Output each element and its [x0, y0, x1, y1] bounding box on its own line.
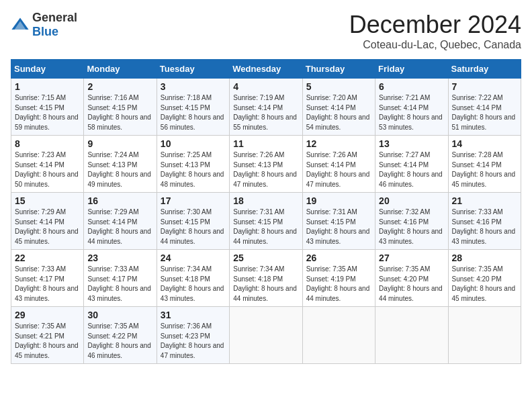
day-info: Sunrise: 7:24 AMSunset: 4:13 PMDaylight:…	[87, 150, 152, 189]
calendar-cell: 10Sunrise: 7:25 AMSunset: 4:13 PMDayligh…	[157, 136, 229, 193]
logo-blue: Blue	[32, 25, 58, 38]
day-number: 5	[306, 81, 371, 92]
day-number: 18	[233, 195, 298, 206]
calendar-body: 1Sunrise: 7:15 AMSunset: 4:15 PMDaylight…	[11, 79, 521, 364]
day-info: Sunrise: 7:26 AMSunset: 4:14 PMDaylight:…	[306, 150, 371, 189]
calendar-cell	[302, 307, 375, 364]
day-info: Sunrise: 7:35 AMSunset: 4:19 PMDaylight:…	[306, 265, 371, 304]
calendar-week-5: 29Sunrise: 7:35 AMSunset: 4:21 PMDayligh…	[11, 307, 521, 364]
day-number: 15	[15, 195, 80, 206]
logo-general: General	[32, 11, 77, 24]
day-number: 8	[15, 138, 80, 149]
day-info: Sunrise: 7:27 AMSunset: 4:14 PMDaylight:…	[379, 150, 444, 189]
month-title: December 2024	[349, 11, 521, 39]
calendar-cell: 14Sunrise: 7:28 AMSunset: 4:14 PMDayligh…	[448, 136, 521, 193]
calendar-table: SundayMondayTuesdayWednesdayThursdayFrid…	[11, 59, 521, 364]
calendar-header-row: SundayMondayTuesdayWednesdayThursdayFrid…	[11, 60, 521, 79]
calendar-cell: 12Sunrise: 7:26 AMSunset: 4:14 PMDayligh…	[302, 136, 375, 193]
calendar-header-sunday: Sunday	[11, 60, 84, 79]
day-info: Sunrise: 7:18 AMSunset: 4:15 PMDaylight:…	[161, 93, 226, 132]
calendar-cell	[375, 307, 448, 364]
calendar-cell	[230, 307, 302, 364]
calendar-cell: 15Sunrise: 7:29 AMSunset: 4:14 PMDayligh…	[11, 193, 84, 250]
day-info: Sunrise: 7:31 AMSunset: 4:15 PMDaylight:…	[233, 208, 298, 246]
day-info: Sunrise: 7:33 AMSunset: 4:17 PMDaylight:…	[87, 265, 152, 304]
day-info: Sunrise: 7:35 AMSunset: 4:20 PMDaylight:…	[452, 265, 517, 304]
calendar-cell: 6Sunrise: 7:21 AMSunset: 4:14 PMDaylight…	[375, 79, 448, 136]
calendar-cell: 7Sunrise: 7:22 AMSunset: 4:14 PMDaylight…	[448, 79, 521, 136]
day-number: 9	[87, 138, 152, 149]
day-info: Sunrise: 7:19 AMSunset: 4:14 PMDaylight:…	[233, 93, 298, 132]
day-info: Sunrise: 7:30 AMSunset: 4:15 PMDaylight:…	[161, 208, 226, 246]
title-block: December 2024 Coteau-du-Lac, Quebec, Can…	[349, 11, 521, 51]
calendar-week-4: 22Sunrise: 7:33 AMSunset: 4:17 PMDayligh…	[11, 250, 521, 307]
day-number: 10	[161, 138, 226, 149]
day-number: 14	[452, 138, 517, 149]
day-number: 11	[233, 138, 298, 149]
logo: General Blue	[11, 11, 77, 39]
calendar-header-tuesday: Tuesday	[157, 60, 229, 79]
calendar-cell: 20Sunrise: 7:32 AMSunset: 4:16 PMDayligh…	[375, 193, 448, 250]
day-number: 16	[87, 195, 152, 206]
day-number: 31	[161, 310, 226, 320]
day-number: 29	[15, 310, 80, 320]
day-number: 2	[87, 81, 152, 92]
day-number: 13	[379, 138, 444, 149]
day-number: 21	[452, 195, 517, 206]
calendar-header-thursday: Thursday	[302, 60, 375, 79]
day-info: Sunrise: 7:15 AMSunset: 4:15 PMDaylight:…	[15, 93, 80, 132]
day-info: Sunrise: 7:21 AMSunset: 4:14 PMDaylight:…	[379, 93, 444, 132]
day-info: Sunrise: 7:36 AMSunset: 4:23 PMDaylight:…	[161, 322, 226, 361]
calendar-cell: 21Sunrise: 7:33 AMSunset: 4:16 PMDayligh…	[448, 193, 521, 250]
day-number: 20	[379, 195, 444, 206]
day-number: 23	[87, 253, 152, 263]
day-number: 28	[452, 253, 517, 263]
day-number: 19	[306, 195, 371, 206]
day-info: Sunrise: 7:31 AMSunset: 4:15 PMDaylight:…	[306, 208, 371, 246]
day-info: Sunrise: 7:25 AMSunset: 4:13 PMDaylight:…	[161, 150, 226, 189]
calendar-cell: 2Sunrise: 7:16 AMSunset: 4:15 PMDaylight…	[84, 79, 157, 136]
day-info: Sunrise: 7:28 AMSunset: 4:14 PMDaylight:…	[452, 150, 517, 189]
calendar-cell: 9Sunrise: 7:24 AMSunset: 4:13 PMDaylight…	[84, 136, 157, 193]
day-number: 24	[161, 253, 226, 263]
calendar-cell: 29Sunrise: 7:35 AMSunset: 4:21 PMDayligh…	[11, 307, 84, 364]
day-number: 27	[379, 253, 444, 263]
calendar-week-1: 1Sunrise: 7:15 AMSunset: 4:15 PMDaylight…	[11, 79, 521, 136]
day-number: 7	[452, 81, 517, 92]
day-info: Sunrise: 7:20 AMSunset: 4:14 PMDaylight:…	[306, 93, 371, 132]
calendar-cell: 27Sunrise: 7:35 AMSunset: 4:20 PMDayligh…	[375, 250, 448, 307]
logo-text: General Blue	[32, 11, 77, 39]
calendar-cell: 5Sunrise: 7:20 AMSunset: 4:14 PMDaylight…	[302, 79, 375, 136]
calendar-cell: 11Sunrise: 7:26 AMSunset: 4:13 PMDayligh…	[230, 136, 302, 193]
day-info: Sunrise: 7:32 AMSunset: 4:16 PMDaylight:…	[379, 208, 444, 246]
calendar-cell: 16Sunrise: 7:29 AMSunset: 4:14 PMDayligh…	[84, 193, 157, 250]
day-info: Sunrise: 7:35 AMSunset: 4:21 PMDaylight:…	[15, 322, 80, 361]
day-info: Sunrise: 7:29 AMSunset: 4:14 PMDaylight:…	[87, 208, 152, 246]
calendar-header-wednesday: Wednesday	[230, 60, 302, 79]
day-number: 30	[87, 310, 152, 320]
day-number: 3	[161, 81, 226, 92]
day-number: 6	[379, 81, 444, 92]
calendar-cell: 22Sunrise: 7:33 AMSunset: 4:17 PMDayligh…	[11, 250, 84, 307]
calendar-header-friday: Friday	[375, 60, 448, 79]
calendar-cell: 25Sunrise: 7:34 AMSunset: 4:18 PMDayligh…	[230, 250, 302, 307]
day-info: Sunrise: 7:22 AMSunset: 4:14 PMDaylight:…	[452, 93, 517, 132]
calendar-cell: 3Sunrise: 7:18 AMSunset: 4:15 PMDaylight…	[157, 79, 229, 136]
day-info: Sunrise: 7:35 AMSunset: 4:22 PMDaylight:…	[87, 322, 152, 361]
day-info: Sunrise: 7:33 AMSunset: 4:16 PMDaylight:…	[452, 208, 517, 246]
day-number: 22	[15, 253, 80, 263]
calendar-cell: 19Sunrise: 7:31 AMSunset: 4:15 PMDayligh…	[302, 193, 375, 250]
calendar-cell: 1Sunrise: 7:15 AMSunset: 4:15 PMDaylight…	[11, 79, 84, 136]
day-info: Sunrise: 7:26 AMSunset: 4:13 PMDaylight:…	[233, 150, 298, 189]
calendar-cell: 26Sunrise: 7:35 AMSunset: 4:19 PMDayligh…	[302, 250, 375, 307]
logo-icon	[11, 15, 30, 34]
calendar-cell: 8Sunrise: 7:23 AMSunset: 4:14 PMDaylight…	[11, 136, 84, 193]
calendar-header-saturday: Saturday	[448, 60, 521, 79]
day-info: Sunrise: 7:23 AMSunset: 4:14 PMDaylight:…	[15, 150, 80, 189]
calendar-cell: 31Sunrise: 7:36 AMSunset: 4:23 PMDayligh…	[157, 307, 229, 364]
day-number: 25	[233, 253, 298, 263]
calendar-cell: 24Sunrise: 7:34 AMSunset: 4:18 PMDayligh…	[157, 250, 229, 307]
location-title: Coteau-du-Lac, Quebec, Canada	[349, 39, 521, 51]
calendar-cell	[448, 307, 521, 364]
calendar-cell: 23Sunrise: 7:33 AMSunset: 4:17 PMDayligh…	[84, 250, 157, 307]
